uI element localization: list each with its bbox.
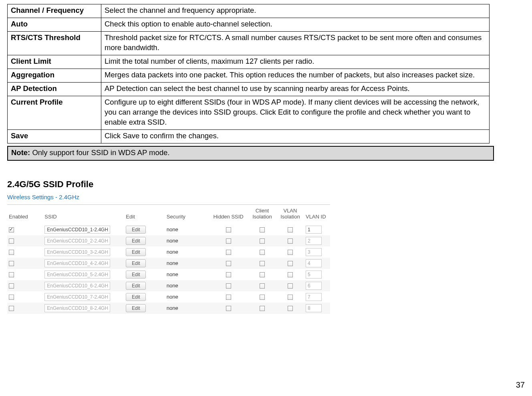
param-value: Check this option to enable auto-channel… [101, 18, 490, 31]
vlan-isolation-checkbox[interactable] [288, 295, 293, 300]
param-value: Select the channel and frequency appropr… [101, 4, 490, 18]
ssid-row: Editnone [7, 246, 330, 258]
vlan-isolation-checkbox[interactable] [288, 283, 293, 289]
ssid-row: Editnone [7, 291, 330, 303]
edit-button[interactable]: Edit [126, 237, 146, 245]
vlan-isolation-checkbox[interactable] [288, 306, 293, 311]
security-value: none [167, 238, 178, 244]
client-isolation-checkbox[interactable] [260, 306, 265, 311]
ssid-input[interactable] [44, 259, 110, 267]
col-security: Security [165, 206, 209, 224]
param-row: Channel / FrequencySelect the channel an… [8, 4, 490, 18]
ssid-row: Editnone [7, 224, 330, 235]
param-row: AggregationMerges data packets into one … [8, 69, 490, 82]
param-value: Merges data packets into one packet. Thi… [101, 69, 490, 82]
param-key: AP Detection [8, 82, 101, 96]
vlan-id-input[interactable] [306, 226, 322, 234]
ssid-profile-panel: Wireless Settings - 2.4GHz Enabled SSID … [7, 194, 330, 314]
param-value: Click Save to confirm the changes. [101, 129, 490, 143]
param-key: Channel / Frequency [8, 4, 101, 18]
client-isolation-checkbox[interactable] [260, 295, 265, 300]
client-isolation-checkbox[interactable] [260, 272, 265, 277]
enabled-checkbox[interactable] [9, 250, 14, 255]
col-edit: Edit [124, 206, 165, 224]
param-key: Client Limit [8, 55, 101, 69]
vlan-isolation-checkbox[interactable] [288, 238, 293, 244]
edit-button[interactable]: Edit [126, 226, 146, 234]
vlan-id-input[interactable] [306, 259, 322, 267]
vlan-id-input[interactable] [306, 271, 322, 279]
security-value: none [167, 260, 178, 266]
edit-button[interactable]: Edit [126, 293, 146, 301]
section-heading: 2.4G/5G SSID Profile [7, 179, 516, 190]
vlan-id-input[interactable] [306, 293, 322, 301]
ssid-input[interactable] [44, 248, 110, 256]
parameters-table: Channel / FrequencySelect the channel an… [7, 4, 490, 143]
param-row: AutoCheck this option to enable auto-cha… [8, 18, 490, 31]
param-value: Configure up to eight different SSIDs (f… [101, 96, 490, 129]
col-client-isolation: Client Isolation [248, 206, 276, 224]
hidden-ssid-checkbox[interactable] [226, 238, 231, 244]
vlan-id-input[interactable] [306, 237, 322, 245]
vlan-isolation-checkbox[interactable] [288, 272, 293, 277]
param-key: Aggregation [8, 69, 101, 82]
ssid-input[interactable] [44, 293, 110, 301]
vlan-isolation-checkbox[interactable] [288, 261, 293, 266]
hidden-ssid-checkbox[interactable] [226, 261, 231, 266]
client-isolation-checkbox[interactable] [260, 227, 265, 232]
ssid-row: Editnone [7, 303, 330, 314]
param-row: SaveClick Save to confirm the changes. [8, 129, 490, 143]
enabled-checkbox[interactable] [9, 306, 14, 311]
col-vlan-id: VLAN ID [304, 206, 330, 224]
ssid-input[interactable] [44, 237, 110, 245]
ssid-input[interactable] [44, 304, 110, 312]
vlan-id-input[interactable] [306, 282, 322, 290]
page-number: 37 [516, 380, 525, 390]
ssid-input[interactable] [44, 226, 110, 234]
enabled-checkbox[interactable] [9, 238, 14, 244]
enabled-checkbox[interactable] [9, 295, 14, 300]
param-row: RTS/CTS ThresholdThreshold packet size f… [8, 31, 490, 55]
hidden-ssid-checkbox[interactable] [226, 272, 231, 277]
enabled-checkbox[interactable] [9, 283, 14, 289]
vlan-id-input[interactable] [306, 304, 322, 312]
vlan-isolation-checkbox[interactable] [288, 227, 293, 232]
hidden-ssid-checkbox[interactable] [226, 250, 231, 255]
hidden-ssid-checkbox[interactable] [226, 306, 231, 311]
vlan-isolation-checkbox[interactable] [288, 250, 293, 255]
ssid-row: Editnone [7, 258, 330, 269]
enabled-checkbox[interactable] [9, 261, 14, 266]
client-isolation-checkbox[interactable] [260, 261, 265, 266]
edit-button[interactable]: Edit [126, 271, 146, 279]
edit-button[interactable]: Edit [126, 259, 146, 267]
security-value: none [167, 249, 178, 255]
col-enabled: Enabled [7, 206, 43, 224]
client-isolation-checkbox[interactable] [260, 238, 265, 244]
hidden-ssid-checkbox[interactable] [226, 283, 231, 289]
security-value: none [167, 271, 178, 277]
ssid-input[interactable] [44, 271, 110, 279]
security-value: none [167, 305, 178, 311]
edit-button[interactable]: Edit [126, 282, 146, 290]
enabled-checkbox[interactable] [9, 227, 14, 232]
client-isolation-checkbox[interactable] [260, 283, 265, 289]
param-row: Current ProfileConfigure up to eight dif… [8, 96, 490, 129]
client-isolation-checkbox[interactable] [260, 250, 265, 255]
ssid-table: Enabled SSID Edit Security Hidden SSID C… [7, 206, 330, 314]
edit-button[interactable]: Edit [126, 304, 146, 312]
hidden-ssid-checkbox[interactable] [226, 227, 231, 232]
ssid-input[interactable] [44, 282, 110, 290]
hidden-ssid-checkbox[interactable] [226, 295, 231, 300]
param-row: Client LimitLimit the total number of cl… [8, 55, 490, 69]
enabled-checkbox[interactable] [9, 272, 14, 277]
ssid-row: Editnone [7, 235, 330, 246]
param-value: AP Detection can select the best channel… [101, 82, 490, 96]
divider [7, 204, 330, 205]
param-row: AP DetectionAP Detection can select the … [8, 82, 490, 96]
ssid-row: Editnone [7, 280, 330, 291]
edit-button[interactable]: Edit [126, 248, 146, 256]
param-key: Auto [8, 18, 101, 31]
vlan-id-input[interactable] [306, 248, 322, 256]
security-value: none [167, 226, 178, 232]
param-key: Current Profile [8, 96, 101, 129]
